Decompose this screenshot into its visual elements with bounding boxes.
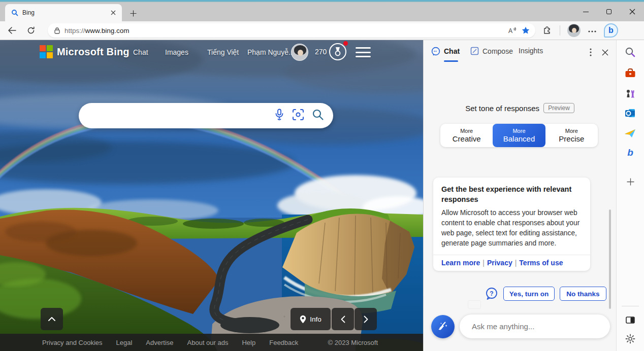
read-aloud-icon[interactable]: A <box>506 24 519 37</box>
sidebar-games-icon[interactable] <box>624 87 636 99</box>
sidebar-search-icon[interactable] <box>624 46 636 58</box>
tab-insights[interactable]: Insights <box>519 47 543 55</box>
tone-balanced-qualifier: More <box>512 128 525 134</box>
panel-scrollbar[interactable] <box>609 209 611 309</box>
maximize-button[interactable] <box>597 2 621 21</box>
location-pin-icon <box>300 315 306 324</box>
sidebar-toggle-icon[interactable] <box>624 314 636 326</box>
sidebar-tools-icon[interactable] <box>624 67 636 79</box>
previous-image-button[interactable] <box>332 308 354 330</box>
search-magnifier-icon[interactable] <box>312 109 324 123</box>
address-bar[interactable]: https://www.bing.com A <box>48 23 535 38</box>
sidebar-outlook-icon[interactable] <box>624 107 636 119</box>
new-tab-button[interactable] <box>127 7 139 19</box>
yes-turn-on-button[interactable]: Yes, turn on <box>503 287 555 301</box>
consent-card-title: Get the best experience with relevant re… <box>433 178 590 204</box>
tab-chat-label: Chat <box>444 47 460 55</box>
consent-card-links: Learn more|Privacy|Terms of use <box>433 255 590 271</box>
privacy-link[interactable]: Privacy <box>487 259 512 267</box>
no-thanks-button[interactable]: No thanks <box>560 287 606 301</box>
image-info-button[interactable]: Info <box>291 308 331 330</box>
browser-tab-bing[interactable]: Bing <box>5 4 122 21</box>
user-avatar[interactable] <box>291 44 308 61</box>
notification-dot <box>343 41 348 46</box>
bing-copilot-icon[interactable]: b <box>604 23 618 38</box>
terms-link[interactable]: Terms of use <box>519 259 563 267</box>
search-input[interactable] <box>91 111 274 121</box>
minimize-button[interactable] <box>574 2 597 21</box>
tab-title: Bing <box>22 9 105 16</box>
tab-favicon-search-icon <box>11 9 18 16</box>
footer-link-feedback[interactable]: Feedback <box>269 339 298 346</box>
bing-footer: Privacy and Cookies Legal Advertise Abou… <box>0 334 423 351</box>
tab-chat[interactable]: Chat <box>431 47 460 56</box>
tone-precise-name: Precise <box>559 134 584 143</box>
tab-compose[interactable]: Compose <box>470 47 513 55</box>
tone-selector: More Creative More Balanced More Precise <box>440 124 598 147</box>
copyright-text: © 2023 Microsoft <box>328 339 378 346</box>
favorite-star-icon[interactable] <box>519 24 532 37</box>
nav-images[interactable]: Images <box>165 48 188 56</box>
bing-brand[interactable]: Microsoft Bing <box>40 45 130 58</box>
preview-badge: Preview <box>543 103 574 113</box>
tab-insights-label: Insights <box>519 47 543 55</box>
lock-icon <box>54 27 60 34</box>
tab-close-icon[interactable] <box>109 8 118 17</box>
footer-link-help[interactable]: Help <box>242 339 255 346</box>
more-menu-icon[interactable] <box>588 26 597 35</box>
url-host: www.bing.com <box>85 27 130 34</box>
rewards-points[interactable]: 270 <box>315 48 327 56</box>
panel-more-menu-icon[interactable] <box>584 46 597 59</box>
footer-link-privacy[interactable]: Privacy and Cookies <box>42 339 103 346</box>
chat-input-box[interactable] <box>460 314 610 338</box>
chat-input[interactable] <box>471 322 602 331</box>
help-question-icon[interactable]: ? <box>485 287 498 300</box>
rewards-medal-icon[interactable] <box>329 43 346 60</box>
microphone-icon[interactable] <box>274 109 284 123</box>
compose-icon <box>470 47 479 55</box>
nav-chat[interactable]: Chat <box>133 48 148 56</box>
tone-creative-name: Creative <box>453 134 481 143</box>
close-button[interactable] <box>621 2 644 21</box>
footer-link-advertise[interactable]: Advertise <box>146 339 173 346</box>
url-text: https://www.bing.com <box>65 27 130 34</box>
link-separator: | <box>480 259 487 267</box>
refresh-icon[interactable] <box>23 23 39 38</box>
tab-compose-label: Compose <box>482 47 513 55</box>
browser-profile-avatar[interactable] <box>567 24 581 37</box>
tab-strip: Bing <box>0 2 644 21</box>
learn-more-link[interactable]: Learn more <box>441 259 480 267</box>
edge-sidebar-rail: b <box>616 40 644 351</box>
microsoft-logo-icon <box>40 45 53 58</box>
sidebar-bing-icon[interactable]: b <box>624 147 636 159</box>
active-tab-underline <box>444 60 458 62</box>
sidebar-add-icon[interactable] <box>624 176 636 188</box>
new-topic-broom-button[interactable] <box>431 315 455 338</box>
tone-option-precise[interactable]: More Precise <box>545 124 598 147</box>
svg-text:A: A <box>508 27 512 34</box>
sidebar-settings-gear-icon[interactable] <box>624 333 636 345</box>
rail-divider <box>622 306 639 306</box>
nav-language[interactable]: Tiếng Việt <box>207 48 239 56</box>
consent-card: Get the best experience with relevant re… <box>433 178 590 271</box>
tone-option-creative[interactable]: More Creative <box>440 124 493 147</box>
browser-window: Bing https://www.bing.com <box>0 0 644 351</box>
tone-header: Set tone of responses Preview <box>424 101 616 115</box>
sidebar-drop-icon[interactable] <box>624 127 636 139</box>
extensions-icon[interactable] <box>542 24 553 37</box>
footer-link-about-ads[interactable]: About our ads <box>187 339 229 346</box>
consent-card-body: Allow Microsoft to access your browser w… <box>433 204 590 255</box>
tone-option-balanced[interactable]: More Balanced <box>493 124 545 147</box>
panel-close-icon[interactable] <box>598 46 611 59</box>
search-box[interactable] <box>79 103 333 128</box>
hamburger-menu-icon[interactable] <box>356 46 371 58</box>
chat-panel-tabs: Chat Compose Insights <box>424 40 616 64</box>
nav-user-name[interactable]: Phạm Nguyễ... <box>247 48 295 56</box>
toolbar-divider <box>560 25 560 36</box>
next-image-button[interactable] <box>355 308 377 330</box>
scroll-to-top-button[interactable] <box>41 308 63 330</box>
background-photo-coastal-landscape <box>0 40 423 351</box>
footer-link-legal[interactable]: Legal <box>116 339 133 346</box>
back-icon[interactable] <box>4 23 19 38</box>
visual-search-camera-icon[interactable] <box>292 109 304 123</box>
